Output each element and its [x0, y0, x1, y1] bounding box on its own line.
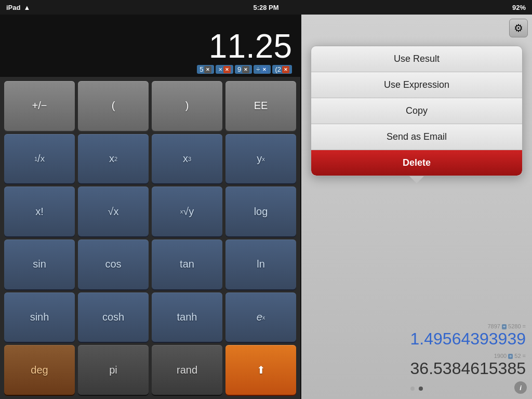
btn-row-2: 1/x x2 x3 yx	[4, 134, 296, 184]
btn-xrooty[interactable]: x√y	[152, 187, 222, 236]
tape-expr-1: 7897 ÷ 5280 =	[308, 323, 526, 329]
token-x-2: ✕	[282, 66, 289, 73]
btn-inv[interactable]: 1/x	[4, 134, 75, 184]
token-x-5: ✕	[204, 66, 211, 73]
wifi-icon: ▲	[23, 4, 30, 11]
btn-factorial[interactable]: x!	[4, 187, 75, 236]
context-menu: Use Result Use Expression Copy Send as E…	[311, 46, 523, 183]
calculator-panel: 11.25 5✕ ×✕ 9✕ ÷✕ (2✕ +/− ( ) EE 1/x x2	[0, 15, 301, 399]
expression-bar: 5✕ ×✕ 9✕ ÷✕ (2✕	[197, 65, 292, 74]
menu-arrow	[409, 176, 424, 183]
btn-shift[interactable]: ⬆	[225, 345, 296, 395]
tape-panel: ⚙ Use Result Use Expression Copy Send as…	[301, 15, 532, 399]
btn-yx[interactable]: yx	[225, 134, 296, 184]
token-x-9: ✕	[242, 66, 249, 73]
tape-div-icon-1: ÷	[502, 324, 507, 329]
expr-token-div: ÷✕	[254, 65, 271, 74]
expr-token-5: 5✕	[197, 65, 214, 74]
tape-entry-1: 7897 ÷ 5280 = 1.49564393939	[308, 323, 526, 349]
token-x-times: ✕	[223, 66, 231, 73]
btn-rand[interactable]: rand	[152, 345, 222, 395]
menu-delete[interactable]: Delete	[311, 150, 522, 176]
btn-plusminus[interactable]: +/−	[4, 81, 75, 131]
main-area: 11.25 5✕ ×✕ 9✕ ÷✕ (2✕ +/− ( ) EE 1/x x2	[0, 15, 532, 399]
expr-token-times: ×✕	[216, 65, 233, 74]
expr-token-2: (2✕	[272, 65, 292, 74]
btn-sqrt[interactable]: √x	[78, 187, 149, 236]
btn-ln[interactable]: ln	[225, 240, 296, 289]
page-dots	[410, 387, 423, 391]
btn-ex[interactable]: ex	[225, 292, 296, 342]
button-grid: +/− ( ) EE 1/x x2 x3 yx x! √x x√y log	[0, 77, 300, 399]
gear-button[interactable]: ⚙	[509, 19, 528, 37]
status-right: 92%	[512, 4, 526, 11]
btn-open-paren[interactable]: (	[78, 81, 149, 131]
expr-token-9: 9✕	[235, 65, 252, 74]
btn-row-3: x! √x x√y log	[4, 187, 296, 236]
tape-expr-2: 1900 ÷ 52 =	[308, 353, 526, 359]
info-button[interactable]: i	[514, 381, 527, 394]
menu-copy[interactable]: Copy	[311, 98, 522, 124]
btn-close-paren[interactable]: )	[152, 81, 222, 131]
battery-label: 92%	[512, 4, 526, 11]
menu-use-result[interactable]: Use Result	[311, 46, 522, 72]
dot-1	[410, 387, 415, 391]
btn-pi[interactable]: pi	[78, 345, 149, 395]
carrier-label: iPad	[6, 4, 20, 11]
tape-div-icon-2: ÷	[508, 354, 513, 359]
status-time: 5:28 PM	[253, 4, 278, 11]
btn-cosh[interactable]: cosh	[78, 292, 149, 342]
btn-row-6: deg pi rand ⬆	[4, 345, 296, 395]
btn-tan[interactable]: tan	[152, 240, 222, 289]
result-display: 11.25	[209, 30, 292, 63]
menu-box: Use Result Use Expression Copy Send as E…	[311, 46, 523, 176]
tape-result-1: 1.49564393939	[308, 329, 526, 349]
btn-ee[interactable]: EE	[225, 81, 296, 131]
btn-x2[interactable]: x2	[78, 134, 149, 184]
btn-cos[interactable]: cos	[78, 240, 149, 289]
btn-sin[interactable]: sin	[4, 240, 75, 289]
btn-deg[interactable]: deg	[4, 345, 75, 395]
btn-tanh[interactable]: tanh	[152, 292, 222, 342]
status-left: iPad ▲	[6, 4, 30, 11]
tape-entry-2: 1900 ÷ 52 = 36.5384615385	[308, 353, 526, 378]
menu-send-email[interactable]: Send as Email	[311, 124, 522, 150]
menu-use-expression[interactable]: Use Expression	[311, 72, 522, 98]
btn-row-4: sin cos tan ln	[4, 240, 296, 289]
dot-2	[419, 387, 423, 391]
btn-row-5: sinh cosh tanh ex	[4, 292, 296, 342]
token-x-div: ✕	[261, 66, 268, 73]
tape-result-2: 36.5384615385	[308, 359, 526, 378]
btn-x3[interactable]: x3	[152, 134, 222, 184]
btn-sinh[interactable]: sinh	[4, 292, 75, 342]
btn-row-1: +/− ( ) EE	[4, 81, 296, 131]
status-bar: iPad ▲ 5:28 PM 92%	[0, 0, 532, 15]
calculator-display: 11.25 5✕ ×✕ 9✕ ÷✕ (2✕	[0, 15, 300, 77]
btn-log[interactable]: log	[225, 187, 296, 236]
